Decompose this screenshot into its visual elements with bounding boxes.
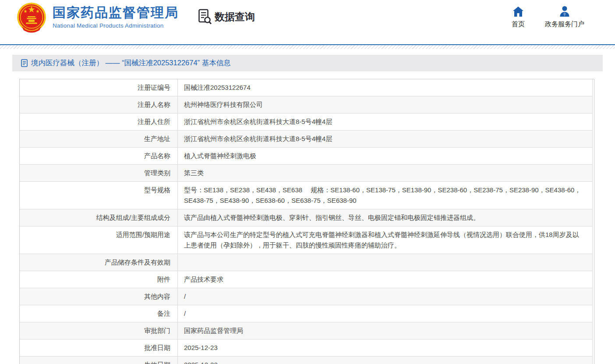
row-value: 浙江省杭州市余杭区余杭街道科技大道8-5号4幢4层 [177,131,592,147]
home-icon [512,6,524,17]
table-row: 注册证编号国械注准20253122674 [20,79,593,96]
nav-gov-portal-label: 政务服务门户 [545,20,584,28]
row-label: 注册证编号 [20,79,177,96]
row-value: 杭州神络医疗科技有限公司 [177,96,592,113]
row-value: 国械注准20253122674 [177,79,592,96]
row-label: 管理类别 [20,165,177,181]
table-row: 产品储存条件及有效期 [20,254,593,271]
table-row: 审批部门国家药品监督管理局 [20,322,593,339]
table-row: 其他内容/ [20,288,593,305]
china-national-emblem-icon [16,2,47,35]
row-label: 其他内容 [20,288,177,305]
nmpa-logo[interactable]: 国家药品监督管理局 National Medical Products Admi… [16,2,179,35]
top-nav: 首页 政务服务门户 [512,6,584,28]
row-label: 结构及组成/主要组成成分 [20,209,177,226]
table-row: 注册人名称杭州神络医疗科技有限公司 [20,96,593,113]
row-label: 附件 [20,271,177,288]
user-icon [559,6,570,17]
page-title-bar: 境内医疗器械（注册） —— “国械注准20253122674” 基本信息 [12,55,603,71]
table-row: 结构及组成/主要组成成分该产品由植入式脊髓神经刺激电极、穿刺针、指引钢丝、导丝、… [20,209,593,226]
site-header: 国家药品监督管理局 National Medical Products Admi… [0,0,615,44]
data-query-link[interactable]: 数据查询 [198,8,255,25]
row-label: 产品储存条件及有效期 [20,254,177,271]
row-value: / [177,305,592,322]
row-value: 该产品由植入式脊髓神经刺激电极、穿刺针、指引钢丝、导丝、电极固定锚和电极固定锚推… [177,209,592,226]
row-label: 审批部门 [20,322,177,339]
row-label: 注册人住所 [20,113,177,130]
data-query-label: 数据查询 [215,10,255,24]
row-value: / [177,288,592,305]
row-label: 适用范围/预期用途 [20,226,177,254]
row-value: 第三类 [177,165,592,181]
nav-gov-portal[interactable]: 政务服务门户 [545,6,584,28]
row-value: 浙江省杭州市余杭区余杭街道科技大道8-5号4幢4层 [177,113,592,130]
document-search-icon [198,8,212,25]
row-label: 生效日期 [20,357,177,364]
row-label: 备注 [20,305,177,322]
registration-table: 注册证编号国械注准20253122674注册人名称杭州神络医疗科技有限公司注册人… [19,79,594,364]
row-value [177,254,592,271]
nav-home[interactable]: 首页 [512,6,525,28]
table-row: 管理类别第三类 [20,165,593,182]
page-title: 境内医疗器械（注册） —— “国械注准20253122674” 基本信息 [31,58,231,68]
row-value: 2025-12-23 [177,357,592,364]
logo-text: 国家药品监督管理局 National Medical Products Admi… [53,2,179,29]
row-value: 2025-12-23 [177,339,592,356]
row-label: 型号规格 [20,182,177,209]
nav-home-label: 首页 [512,20,525,28]
row-label: 产品名称 [20,148,177,164]
table-row: 产品名称植入式脊髓神经刺激电极 [20,148,593,165]
table-row: 批准日期2025-12-23 [20,339,593,357]
document-icon [21,59,28,67]
table-row: 附件产品技术要求 [20,271,593,288]
row-label: 注册人名称 [20,96,177,113]
table-row: 备注/ [20,305,593,322]
table-row: 型号规格型号：SE138，SE238，SE438，SE638 规格：SE138-… [20,182,593,209]
row-label: 生产地址 [20,131,177,147]
table-row: 生效日期2025-12-23 [20,357,593,364]
table-row: 生产地址浙江省杭州市余杭区余杭街道科技大道8-5号4幢4层 [20,131,593,148]
row-value: 该产品与本公司生产的特定型号的植入式可充电脊髓神经刺激器和植入式脊髓神经刺激延伸… [177,226,592,254]
row-value: 型号：SE138，SE238，SE438，SE638 规格：SE138-60，S… [177,182,592,209]
row-label: 批准日期 [20,339,177,356]
org-name: 国家药品监督管理局 [53,5,179,20]
row-value: 产品技术要求 [177,271,592,288]
row-value: 植入式脊髓神经刺激电极 [177,148,592,164]
org-name-en: National Medical Products Administration [53,22,179,29]
table-row: 适用范围/预期用途该产品与本公司生产的特定型号的植入式可充电脊髓神经刺激器和植入… [20,226,593,254]
table-row: 注册人住所浙江省杭州市余杭区余杭街道科技大道8-5号4幢4层 [20,113,593,131]
header-stripe-band [0,45,615,49]
row-value: 国家药品监督管理局 [177,322,592,339]
